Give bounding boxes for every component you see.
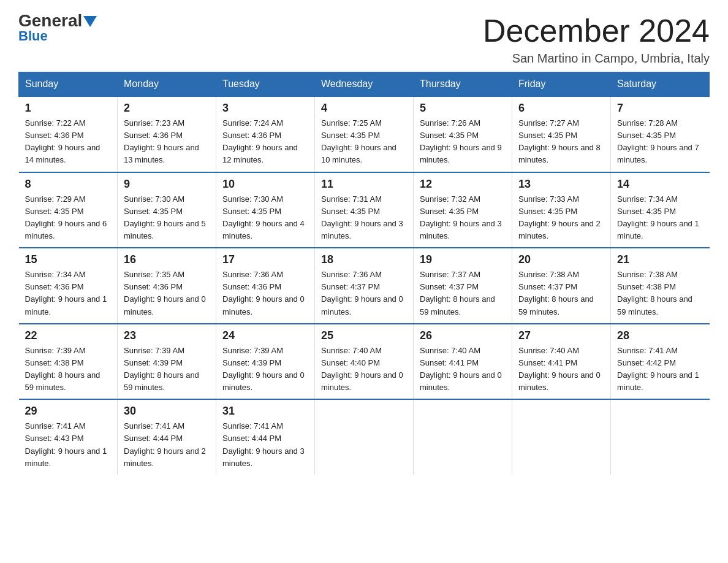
calendar-cell bbox=[315, 399, 414, 475]
calendar-cell: 18 Sunrise: 7:36 AMSunset: 4:37 PMDaylig… bbox=[315, 248, 414, 324]
day-number: 24 bbox=[222, 329, 308, 342]
calendar-header-row: SundayMondayTuesdayWednesdayThursdayFrid… bbox=[19, 72, 710, 97]
day-info: Sunrise: 7:39 AMSunset: 4:39 PMDaylight:… bbox=[124, 345, 210, 394]
page-title: December 2024 bbox=[483, 12, 710, 49]
calendar-cell: 5 Sunrise: 7:26 AMSunset: 4:35 PMDayligh… bbox=[414, 96, 512, 172]
day-info: Sunrise: 7:40 AMSunset: 4:41 PMDaylight:… bbox=[518, 345, 604, 394]
day-number: 27 bbox=[518, 329, 604, 342]
day-info: Sunrise: 7:37 AMSunset: 4:37 PMDaylight:… bbox=[420, 269, 506, 318]
day-number: 20 bbox=[518, 253, 604, 266]
day-info: Sunrise: 7:33 AMSunset: 4:35 PMDaylight:… bbox=[518, 193, 604, 243]
day-info: Sunrise: 7:24 AMSunset: 4:36 PMDaylight:… bbox=[222, 117, 308, 167]
day-info: Sunrise: 7:36 AMSunset: 4:37 PMDaylight:… bbox=[321, 269, 407, 318]
day-number: 23 bbox=[124, 329, 210, 342]
calendar-cell: 22 Sunrise: 7:39 AMSunset: 4:38 PMDaylig… bbox=[19, 324, 118, 400]
calendar-cell: 31 Sunrise: 7:41 AMSunset: 4:44 PMDaylig… bbox=[216, 399, 315, 475]
page-subtitle: San Martino in Campo, Umbria, Italy bbox=[483, 52, 710, 66]
day-info: Sunrise: 7:26 AMSunset: 4:35 PMDaylight:… bbox=[420, 117, 506, 167]
calendar-week-3: 15 Sunrise: 7:34 AMSunset: 4:36 PMDaylig… bbox=[19, 248, 710, 324]
calendar-cell: 24 Sunrise: 7:39 AMSunset: 4:39 PMDaylig… bbox=[216, 324, 315, 400]
calendar-cell: 3 Sunrise: 7:24 AMSunset: 4:36 PMDayligh… bbox=[216, 96, 315, 172]
day-number: 21 bbox=[617, 253, 703, 266]
title-block: December 2024 San Martino in Campo, Umbr… bbox=[483, 12, 710, 66]
calendar-cell: 1 Sunrise: 7:22 AMSunset: 4:36 PMDayligh… bbox=[19, 96, 118, 172]
calendar-cell: 10 Sunrise: 7:30 AMSunset: 4:35 PMDaylig… bbox=[216, 172, 315, 248]
day-number: 7 bbox=[617, 102, 703, 115]
day-info: Sunrise: 7:30 AMSunset: 4:35 PMDaylight:… bbox=[222, 193, 308, 243]
calendar-cell: 16 Sunrise: 7:35 AMSunset: 4:36 PMDaylig… bbox=[118, 248, 216, 324]
day-number: 29 bbox=[25, 405, 112, 418]
day-info: Sunrise: 7:22 AMSunset: 4:36 PMDaylight:… bbox=[25, 117, 112, 167]
calendar-cell: 25 Sunrise: 7:40 AMSunset: 4:40 PMDaylig… bbox=[315, 324, 414, 400]
calendar-cell: 30 Sunrise: 7:41 AMSunset: 4:44 PMDaylig… bbox=[118, 399, 216, 475]
calendar-cell: 8 Sunrise: 7:29 AMSunset: 4:35 PMDayligh… bbox=[19, 172, 118, 248]
day-info: Sunrise: 7:29 AMSunset: 4:35 PMDaylight:… bbox=[25, 193, 112, 243]
day-number: 4 bbox=[321, 102, 407, 115]
day-number: 19 bbox=[420, 253, 506, 266]
day-info: Sunrise: 7:40 AMSunset: 4:41 PMDaylight:… bbox=[420, 345, 506, 394]
calendar-cell: 28 Sunrise: 7:41 AMSunset: 4:42 PMDaylig… bbox=[611, 324, 710, 400]
day-number: 13 bbox=[518, 178, 604, 191]
page-header: General Blue December 2024 San Martino i… bbox=[18, 12, 710, 66]
day-info: Sunrise: 7:41 AMSunset: 4:44 PMDaylight:… bbox=[124, 420, 210, 470]
calendar-week-1: 1 Sunrise: 7:22 AMSunset: 4:36 PMDayligh… bbox=[19, 96, 710, 172]
day-number: 6 bbox=[518, 102, 604, 115]
day-info: Sunrise: 7:31 AMSunset: 4:35 PMDaylight:… bbox=[321, 193, 407, 243]
day-number: 28 bbox=[617, 329, 703, 342]
day-number: 2 bbox=[124, 102, 210, 115]
calendar-cell: 27 Sunrise: 7:40 AMSunset: 4:41 PMDaylig… bbox=[512, 324, 611, 400]
calendar-cell: 29 Sunrise: 7:41 AMSunset: 4:43 PMDaylig… bbox=[19, 399, 118, 475]
calendar-week-4: 22 Sunrise: 7:39 AMSunset: 4:38 PMDaylig… bbox=[19, 324, 710, 400]
header-tuesday: Tuesday bbox=[216, 72, 315, 97]
day-info: Sunrise: 7:38 AMSunset: 4:38 PMDaylight:… bbox=[617, 269, 703, 318]
calendar-cell: 20 Sunrise: 7:38 AMSunset: 4:37 PMDaylig… bbox=[512, 248, 611, 324]
calendar-cell: 21 Sunrise: 7:38 AMSunset: 4:38 PMDaylig… bbox=[611, 248, 710, 324]
day-info: Sunrise: 7:34 AMSunset: 4:36 PMDaylight:… bbox=[25, 269, 112, 318]
calendar-cell: 12 Sunrise: 7:32 AMSunset: 4:35 PMDaylig… bbox=[414, 172, 512, 248]
logo-text-general: General bbox=[18, 12, 82, 29]
header-saturday: Saturday bbox=[611, 72, 710, 97]
day-info: Sunrise: 7:30 AMSunset: 4:35 PMDaylight:… bbox=[124, 193, 210, 243]
day-info: Sunrise: 7:38 AMSunset: 4:37 PMDaylight:… bbox=[518, 269, 604, 318]
calendar-cell bbox=[611, 399, 710, 475]
day-number: 9 bbox=[124, 178, 210, 191]
day-number: 1 bbox=[25, 102, 112, 115]
day-info: Sunrise: 7:36 AMSunset: 4:36 PMDaylight:… bbox=[222, 269, 308, 318]
day-number: 30 bbox=[124, 405, 210, 418]
day-number: 15 bbox=[25, 253, 112, 266]
calendar-cell: 6 Sunrise: 7:27 AMSunset: 4:35 PMDayligh… bbox=[512, 96, 611, 172]
day-number: 10 bbox=[222, 178, 308, 191]
logo-text-blue: Blue bbox=[18, 28, 48, 44]
day-number: 14 bbox=[617, 178, 703, 191]
header-thursday: Thursday bbox=[414, 72, 512, 97]
day-number: 17 bbox=[222, 253, 308, 266]
day-info: Sunrise: 7:39 AMSunset: 4:38 PMDaylight:… bbox=[25, 345, 112, 394]
day-info: Sunrise: 7:34 AMSunset: 4:35 PMDaylight:… bbox=[617, 193, 703, 243]
header-monday: Monday bbox=[118, 72, 216, 97]
day-number: 8 bbox=[25, 178, 112, 191]
calendar-table: SundayMondayTuesdayWednesdayThursdayFrid… bbox=[18, 72, 710, 475]
day-number: 26 bbox=[420, 329, 506, 342]
day-info: Sunrise: 7:41 AMSunset: 4:44 PMDaylight:… bbox=[222, 420, 308, 470]
calendar-week-2: 8 Sunrise: 7:29 AMSunset: 4:35 PMDayligh… bbox=[19, 172, 710, 248]
day-info: Sunrise: 7:23 AMSunset: 4:36 PMDaylight:… bbox=[124, 117, 210, 167]
calendar-week-5: 29 Sunrise: 7:41 AMSunset: 4:43 PMDaylig… bbox=[19, 399, 710, 475]
header-sunday: Sunday bbox=[19, 72, 118, 97]
calendar-cell bbox=[512, 399, 611, 475]
calendar-cell bbox=[414, 399, 512, 475]
day-info: Sunrise: 7:41 AMSunset: 4:43 PMDaylight:… bbox=[25, 420, 112, 470]
day-number: 11 bbox=[321, 178, 407, 191]
day-number: 25 bbox=[321, 329, 407, 342]
calendar-cell: 4 Sunrise: 7:25 AMSunset: 4:35 PMDayligh… bbox=[315, 96, 414, 172]
calendar-cell: 11 Sunrise: 7:31 AMSunset: 4:35 PMDaylig… bbox=[315, 172, 414, 248]
day-info: Sunrise: 7:27 AMSunset: 4:35 PMDaylight:… bbox=[518, 117, 604, 167]
day-number: 5 bbox=[420, 102, 506, 115]
calendar-cell: 23 Sunrise: 7:39 AMSunset: 4:39 PMDaylig… bbox=[118, 324, 216, 400]
calendar-cell: 26 Sunrise: 7:40 AMSunset: 4:41 PMDaylig… bbox=[414, 324, 512, 400]
day-number: 12 bbox=[420, 178, 506, 191]
calendar-cell: 15 Sunrise: 7:34 AMSunset: 4:36 PMDaylig… bbox=[19, 248, 118, 324]
header-friday: Friday bbox=[512, 72, 611, 97]
calendar-cell: 2 Sunrise: 7:23 AMSunset: 4:36 PMDayligh… bbox=[118, 96, 216, 172]
day-number: 31 bbox=[222, 405, 308, 418]
day-info: Sunrise: 7:28 AMSunset: 4:35 PMDaylight:… bbox=[617, 117, 703, 167]
